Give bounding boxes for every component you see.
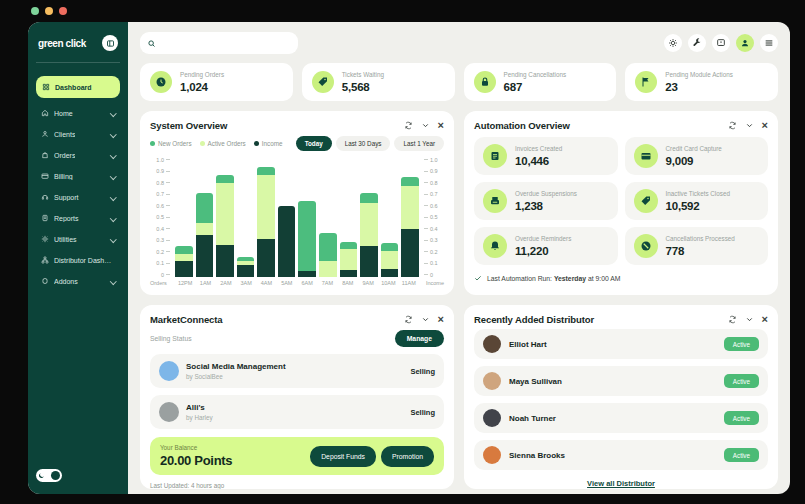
sidebar-item-utilities[interactable]: Utilities	[36, 230, 120, 248]
bar-11AM[interactable]	[401, 157, 419, 277]
tile-overdue-reminders: Overdue Reminders11,220	[474, 227, 618, 265]
close-icon[interactable]: ×	[762, 121, 768, 130]
sidebar-item-reports[interactable]: Reports	[36, 209, 120, 227]
status-badge: Active	[724, 411, 759, 425]
y-tick: 0.1	[424, 261, 444, 266]
system-overview-panel: System Overview × New Orders Active Orde…	[140, 111, 454, 295]
tools-button[interactable]	[688, 34, 706, 52]
sidebar-item-billing[interactable]: Billing	[36, 167, 120, 185]
promotion-button[interactable]: Promotion	[381, 446, 434, 467]
distributor-row[interactable]: Noah Turner Active	[474, 403, 768, 433]
chevron-down-icon[interactable]	[745, 121, 754, 130]
market-item-social-media-management[interactable]: Social Media Managementby SocialBee Sell…	[150, 354, 444, 388]
y-tick: 0.9	[424, 169, 444, 174]
chevron-down-icon[interactable]	[421, 121, 430, 130]
profile-button[interactable]	[736, 34, 754, 52]
addons-icon	[41, 277, 49, 285]
close-icon[interactable]: ×	[438, 121, 444, 130]
refresh-icon[interactable]	[404, 121, 413, 130]
marketconnecta-panel: MarketConnecta × Selling Status Manage S…	[140, 305, 454, 489]
view-all-distributor-link[interactable]: View all Distributor	[474, 479, 768, 488]
deposit-funds-button[interactable]: Deposit Funds	[310, 446, 376, 467]
settings-gear-icon	[668, 38, 678, 48]
chevron-down-icon[interactable]	[421, 315, 430, 324]
close-icon[interactable]: ×	[438, 315, 444, 324]
status-badge: Active	[724, 374, 759, 388]
y-tick: 0.2	[424, 249, 444, 254]
feedback-button[interactable]	[712, 34, 730, 52]
distributor-network-icon	[41, 256, 49, 264]
tile-invoices-created: Invoices Created10,446	[474, 137, 618, 175]
tile-credit-card-capture: Credit Card Capture9,009	[625, 137, 769, 175]
chevron-down-icon[interactable]	[745, 315, 754, 324]
invoice-icon	[483, 144, 507, 168]
y-tick: 0.4	[424, 226, 444, 231]
bar-9AM[interactable]	[360, 157, 378, 277]
legend-dot	[200, 141, 205, 146]
y-tick: 0.8	[424, 180, 444, 185]
close-icon[interactable]: ×	[762, 315, 768, 324]
traffic-light-yellow[interactable]	[45, 7, 53, 15]
market-item-allis[interactable]: Alli'sby Harley Selling	[150, 395, 444, 429]
legend-new-orders: New Orders	[150, 140, 192, 147]
settings-button[interactable]	[664, 34, 682, 52]
traffic-light-green[interactable]	[31, 7, 39, 15]
menu-button[interactable]	[760, 34, 778, 52]
x-tick-label: 7AM	[317, 280, 337, 286]
y-tick: 0.3	[424, 238, 444, 243]
traffic-light-red[interactable]	[59, 7, 67, 15]
sidebar-item-addons[interactable]: Addons	[36, 272, 120, 290]
y-axis-left: 1.00.90.80.70.60.50.40.30.20.10	[150, 157, 170, 277]
y-tick: 0.9	[150, 169, 170, 174]
stat-card-pending-cancellations: Pending Cancellations687	[464, 63, 617, 101]
sidebar-item-dashboard[interactable]: Dashboard	[36, 76, 120, 98]
bar-4AM[interactable]	[257, 157, 275, 277]
manage-button[interactable]: Manage	[395, 330, 444, 347]
filter-last-30-days-button[interactable]: Last 30 Days	[336, 136, 391, 151]
bar-8AM[interactable]	[340, 157, 358, 277]
chevron-down-icon	[110, 215, 116, 221]
x-tick-label: 10AM	[378, 280, 398, 286]
bar-3AM[interactable]	[237, 157, 255, 277]
panel-title: System Overview	[150, 120, 227, 131]
distributor-row[interactable]: Elliot Hart Active	[474, 329, 768, 359]
y-tick: 0.5	[150, 215, 170, 220]
sidebar-item-distributor-dashboard[interactable]: Distributor Dashboard	[36, 251, 120, 269]
tile-inactive-tickets-closed: Inactive Tickets Closed10,592	[625, 182, 769, 220]
sidebar-item-home[interactable]: Home	[36, 104, 120, 122]
stat-card-tickets-waiting: Tickets Waiting5,568	[302, 63, 455, 101]
refresh-icon[interactable]	[728, 315, 737, 324]
search-input[interactable]	[160, 39, 291, 48]
sidebar-item-clients[interactable]: Clients	[36, 125, 120, 143]
user-icon	[740, 38, 750, 48]
bar-1AM[interactable]	[196, 157, 214, 277]
x-tick-label: 2AM	[216, 280, 236, 286]
theme-toggle[interactable]	[36, 469, 62, 482]
y-tick: 0	[424, 272, 444, 277]
sidebar-item-orders[interactable]: Orders	[36, 146, 120, 164]
bar-2AM[interactable]	[216, 157, 234, 277]
filter-today-button[interactable]: Today	[296, 136, 332, 151]
bar-5AM[interactable]	[278, 157, 296, 277]
clients-icon	[41, 130, 49, 138]
y-tick: 0.2	[150, 249, 170, 254]
bar-6AM[interactable]	[298, 157, 316, 277]
x-tick-label: 8AM	[338, 280, 358, 286]
refresh-icon[interactable]	[728, 121, 737, 130]
sidebar-item-support[interactable]: Support	[36, 188, 120, 206]
refresh-icon[interactable]	[404, 315, 413, 324]
distributor-row[interactable]: Maya Sullivan Active	[474, 366, 768, 396]
avatar	[483, 446, 501, 464]
bar-12PM[interactable]	[175, 157, 193, 277]
search-box[interactable]	[140, 32, 298, 54]
sidebar-toggle-button[interactable]	[102, 35, 118, 51]
sidebar-divider	[36, 62, 120, 63]
distributor-row[interactable]: Sienna Brooks Active	[474, 440, 768, 470]
filter-last-1-year-button[interactable]: Last 1 Year	[394, 136, 444, 151]
x-tick-label: 11AM	[399, 280, 419, 286]
chevron-down-icon	[110, 131, 116, 137]
bar-7AM[interactable]	[319, 157, 337, 277]
bar-10AM[interactable]	[381, 157, 399, 277]
utilities-gear-icon	[41, 235, 49, 243]
sidebar: green click Dashboard Home Clients Order…	[28, 22, 128, 494]
